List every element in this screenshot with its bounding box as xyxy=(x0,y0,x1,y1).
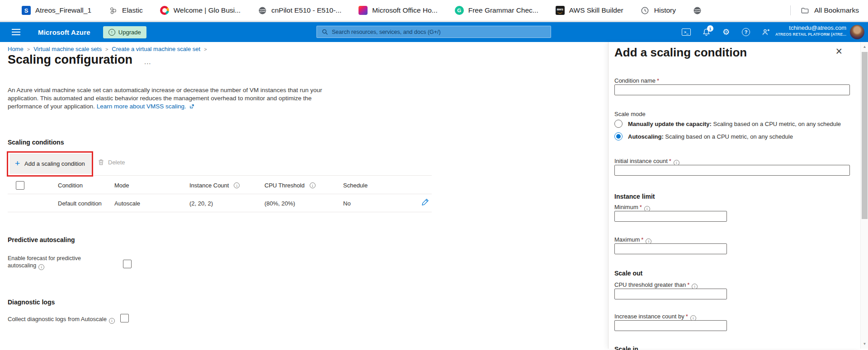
sophos-s-icon xyxy=(22,6,31,15)
cloud-shell-button[interactable] xyxy=(682,28,691,37)
bookmark-label: Elastic xyxy=(122,6,143,14)
radio-autoscaling[interactable]: Autoscaling: Scaling based on a CPU metr… xyxy=(614,132,793,140)
select-all-checkbox[interactable] xyxy=(16,181,24,190)
bookmark-grammarly[interactable]: Free Grammar Chec... xyxy=(455,6,538,15)
global-search[interactable] xyxy=(316,26,551,38)
breadcrumb: Home Virtual machine scale sets Create a… xyxy=(8,46,211,52)
portal-menu-button[interactable] xyxy=(9,25,24,39)
help-icon xyxy=(742,28,750,36)
bookmark-label: AWS Skill Builder xyxy=(569,6,623,14)
azure-brand[interactable]: Microsoft Azure xyxy=(38,28,90,36)
panel-title: Add a scaling condition xyxy=(614,46,747,60)
all-bookmarks-button[interactable]: All Bookmarks xyxy=(801,6,859,15)
diagnostic-logs-heading: Diagnostic logs xyxy=(8,299,55,306)
maximum-input[interactable] xyxy=(614,243,727,254)
feedback-button[interactable] xyxy=(761,28,770,37)
scroll-up-arrow[interactable]: ▲ xyxy=(861,43,868,51)
bookmark-history[interactable]: History xyxy=(641,6,676,15)
predictive-autoscaling-heading: Predictive autoscaling xyxy=(8,236,75,243)
predictive-forecast-label: Enable forecast for predictive autoscali… xyxy=(8,255,89,270)
bookmark-cnpilot[interactable]: cnPilot E510 - E510-... xyxy=(258,6,341,15)
upgrade-label: Upgrade xyxy=(118,29,141,36)
breadcrumb-vmss[interactable]: Virtual machine scale sets xyxy=(33,46,102,52)
learn-more-link[interactable]: Learn more about VMSS scaling. xyxy=(97,103,186,110)
page-title: Scaling configuration xyxy=(8,53,132,67)
portal-workspace: Home Virtual machine scale sets Create a… xyxy=(0,42,868,349)
info-icon[interactable] xyxy=(38,264,44,270)
page-description: An Azure virtual machine scale set can a… xyxy=(8,86,346,111)
radio-selected-icon[interactable] xyxy=(614,132,623,140)
feedback-person-icon xyxy=(762,28,770,37)
initial-instance-count-input[interactable] xyxy=(614,165,850,176)
column-header-cpu-threshold[interactable]: CPU Threshold xyxy=(264,182,316,189)
all-bookmarks-label: All Bookmarks xyxy=(814,6,859,14)
upgrade-button[interactable]: Upgrade xyxy=(103,26,146,38)
divider xyxy=(8,194,432,194)
speedometer-icon xyxy=(160,6,169,15)
scroll-down-arrow[interactable]: ▼ xyxy=(861,340,868,348)
aws-icon xyxy=(556,6,565,15)
bookmark-label: History xyxy=(654,6,676,14)
scrollbar-thumb[interactable] xyxy=(862,52,868,219)
scale-out-heading: Scale out xyxy=(614,270,642,277)
chevron-right-icon xyxy=(105,47,108,52)
annotation-highlight xyxy=(7,151,93,177)
maximum-label: Maximum* xyxy=(614,236,651,244)
bookmark-office[interactable]: Microsoft Office Ho... xyxy=(359,6,437,15)
screen: Atreos_Firewall_1 Elastic Welcome | Glo … xyxy=(0,0,868,350)
page-context-menu[interactable]: ... xyxy=(144,58,151,65)
notifications-button[interactable]: 1 xyxy=(702,28,711,37)
chevron-right-icon xyxy=(204,47,207,52)
column-header-schedule[interactable]: Schedule xyxy=(343,182,368,189)
bookmark-label: Atreos_Firewall_1 xyxy=(35,6,91,14)
search-icon xyxy=(321,28,328,35)
radio-manual-update[interactable]: Manually update the capacity: Scaling ba… xyxy=(614,120,841,128)
pencil-icon xyxy=(421,198,429,206)
external-link-icon xyxy=(189,103,194,111)
bookmark-aws-skill-builder[interactable]: AWS Skill Builder xyxy=(556,6,623,15)
info-icon[interactable] xyxy=(109,318,115,324)
initial-instance-count-label: Initial instance count* xyxy=(614,158,679,166)
bookmark-elastic[interactable]: Elastic xyxy=(108,6,143,15)
row-instance-count: (2, 20, 2) xyxy=(189,200,213,207)
bookmarks-divider xyxy=(790,5,791,15)
row-condition-link[interactable]: Default condition xyxy=(58,200,102,207)
help-button[interactable] xyxy=(741,28,750,37)
breadcrumb-create-vmss[interactable]: Create a virtual machine scale set xyxy=(112,46,200,52)
vertical-scrollbar[interactable]: ▲ ▼ xyxy=(860,42,868,349)
bookmark-glo[interactable]: Welcome | Glo Busi... xyxy=(160,6,241,15)
notification-badge: 1 xyxy=(707,25,713,32)
column-header-instance-count[interactable]: Instance Count xyxy=(189,182,240,189)
chevron-right-icon xyxy=(27,47,30,52)
column-header-mode[interactable]: Mode xyxy=(114,182,129,189)
delete-condition-button[interactable]: Delete xyxy=(98,159,125,166)
trash-icon xyxy=(98,159,104,166)
info-icon[interactable] xyxy=(310,182,316,188)
row-mode: Autoscale xyxy=(114,200,140,207)
column-header-condition[interactable]: Condition xyxy=(58,182,83,189)
radio-unselected-icon[interactable] xyxy=(614,120,623,128)
condition-name-input[interactable] xyxy=(614,84,850,95)
info-icon[interactable] xyxy=(234,182,240,188)
office-365-icon xyxy=(359,6,368,15)
bookmark-globe[interactable] xyxy=(693,6,707,15)
edit-condition-button[interactable] xyxy=(421,198,429,208)
collect-diagnostic-logs-checkbox[interactable] xyxy=(120,314,129,322)
minimum-input[interactable] xyxy=(614,211,727,222)
close-icon[interactable]: × xyxy=(835,46,842,57)
bookmark-label: Welcome | Glo Busi... xyxy=(174,6,241,14)
settings-button[interactable]: ⚙ xyxy=(722,28,731,37)
breadcrumb-home[interactable]: Home xyxy=(8,46,24,52)
search-input[interactable] xyxy=(332,29,546,35)
increase-instance-count-input[interactable] xyxy=(614,320,727,331)
collect-diagnostic-logs-label: Collect diagnostic logs from Autoscale xyxy=(8,316,115,324)
grammarly-g-icon xyxy=(455,6,464,15)
account-menu[interactable]: tchinedu@atreos.com ATREOS RETAIL PLATFO… xyxy=(775,24,846,37)
bookmark-atreos-firewall[interactable]: Atreos_Firewall_1 xyxy=(22,6,91,15)
predictive-forecast-checkbox[interactable] xyxy=(123,260,132,268)
bookmark-label: Microsoft Office Ho... xyxy=(372,6,437,14)
cpu-threshold-input[interactable] xyxy=(614,289,727,299)
user-email: tchinedu@atreos.com xyxy=(775,24,846,31)
history-clock-icon xyxy=(641,6,650,15)
avatar[interactable] xyxy=(850,25,864,39)
